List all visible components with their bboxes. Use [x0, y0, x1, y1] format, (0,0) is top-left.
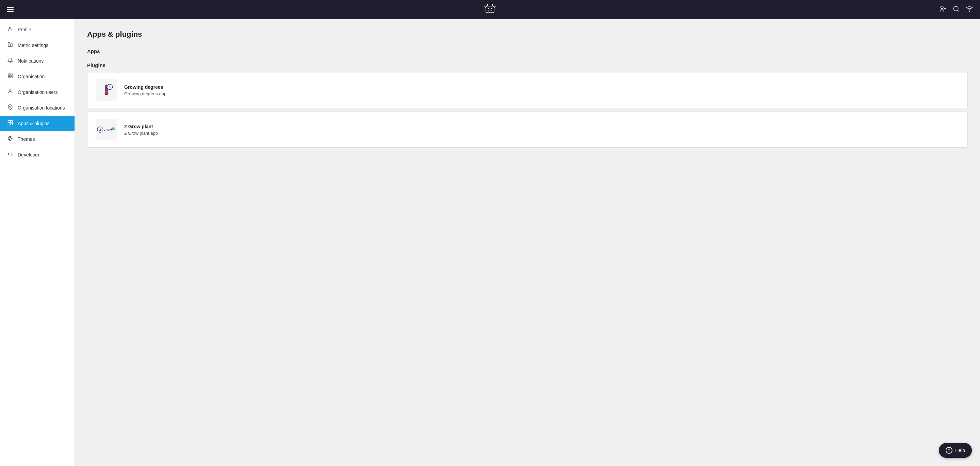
sidebar-item-organisation-users[interactable]: Organisation users [0, 84, 75, 100]
sidebar-label-apps-plugins: Apps & plugins [18, 121, 49, 126]
svg-rect-17 [11, 76, 12, 78]
plugin-name-growing-degrees: Growing degrees [124, 84, 166, 90]
sidebar-label-profile: Profile [18, 27, 31, 32]
svg-point-3 [488, 10, 489, 11]
svg-line-9 [958, 10, 959, 11]
sidebar-item-organisation[interactable]: Organisation [0, 69, 75, 84]
svg-point-10 [969, 11, 970, 11]
svg-point-26 [10, 137, 11, 138]
pin-icon [7, 105, 14, 111]
app-body: Profile Metric settings Notifications [0, 19, 980, 466]
svg-rect-13 [11, 43, 12, 46]
plugin-info-2grow-plant: 2 Grow plant 2 Grow plant app [124, 124, 158, 136]
sidebar-item-developer[interactable]: Developer [0, 147, 75, 162]
sidebar-item-metric-settings[interactable]: Metric settings [0, 37, 75, 53]
plugins-heading: Plugins [87, 62, 968, 68]
svg-rect-14 [8, 74, 10, 76]
plugin-info-growing-degrees: Growing degrees Growing degrees app [124, 84, 166, 96]
svg-point-19 [10, 106, 11, 108]
svg-rect-20 [8, 121, 10, 122]
sidebar: Profile Metric settings Notifications [0, 19, 75, 466]
plugin-icon-growing-degrees [95, 79, 118, 101]
plugin-name-2grow-plant: 2 Grow plant [124, 124, 158, 129]
sidebar-item-themes[interactable]: Themes [0, 131, 75, 147]
add-user-icon[interactable] [939, 5, 947, 14]
sidebar-label-themes: Themes [18, 137, 35, 142]
code-icon [7, 151, 14, 158]
sidebar-item-apps-plugins[interactable]: Apps & plugins [0, 116, 75, 131]
svg-rect-22 [8, 123, 10, 125]
svg-point-25 [9, 138, 10, 138]
help-circle-icon: ? [946, 447, 953, 454]
org-users-icon [7, 89, 14, 95]
svg-text:GROW: GROW [104, 128, 112, 131]
search-icon[interactable] [953, 5, 959, 14]
sidebar-label-organisation-locations: Organisation locations [18, 105, 65, 111]
svg-point-4 [491, 10, 492, 11]
navbar-right [939, 5, 973, 14]
person-icon [7, 26, 14, 33]
svg-text:2: 2 [99, 128, 101, 131]
apps-heading: Apps [87, 48, 968, 54]
sidebar-label-organisation-users: Organisation users [18, 89, 58, 95]
sidebar-item-notifications[interactable]: Notifications [0, 53, 75, 69]
svg-rect-21 [11, 121, 13, 122]
sidebar-label-organisation: Organisation [18, 74, 45, 79]
navbar-left [7, 7, 14, 12]
plugins-section: Plugins [87, 62, 968, 148]
svg-point-5 [941, 6, 943, 8]
palette-icon [7, 136, 14, 143]
sidebar-label-metric-settings: Metric settings [18, 43, 48, 48]
svg-point-27 [11, 138, 11, 139]
svg-point-8 [954, 6, 958, 11]
apps-icon [7, 120, 14, 127]
sidebar-item-organisation-locations[interactable]: Organisation locations [0, 100, 75, 116]
metric-icon [7, 42, 14, 49]
sidebar-item-profile[interactable]: Profile [0, 22, 75, 37]
app-logo [483, 2, 497, 17]
apps-section: Apps [87, 48, 968, 54]
plugin-desc-2grow-plant: 2 Grow plant app [124, 130, 158, 136]
plugin-card-growing-degrees[interactable]: Growing degrees Growing degrees app [87, 72, 968, 108]
plugin-desc-growing-degrees: Growing degrees app [124, 91, 166, 96]
page-title: Apps & plugins [87, 30, 968, 39]
svg-rect-16 [8, 76, 10, 78]
sidebar-label-notifications: Notifications [18, 58, 43, 64]
svg-rect-0 [486, 6, 494, 13]
bell-icon [7, 57, 14, 64]
svg-rect-23 [11, 123, 13, 125]
sidebar-label-developer: Developer [18, 152, 40, 157]
svg-point-2 [491, 8, 492, 9]
help-button[interactable]: ? Help [939, 443, 972, 458]
svg-point-32 [105, 92, 108, 95]
navbar [0, 0, 980, 19]
svg-rect-15 [11, 74, 12, 76]
svg-point-28 [9, 139, 10, 140]
hamburger-menu-icon[interactable] [7, 7, 14, 12]
svg-point-36 [109, 86, 110, 87]
wifi-icon [966, 5, 973, 14]
main-content: Apps & plugins Apps Plugins [75, 19, 980, 466]
svg-point-1 [488, 8, 489, 9]
plugin-card-2grow-plant[interactable]: 2 GROW 2 Grow plant 2 Grow plant app [87, 111, 968, 148]
svg-rect-12 [8, 43, 10, 46]
grid-icon [7, 73, 14, 80]
help-label: Help [955, 448, 965, 453]
plugin-icon-2grow-plant: 2 GROW [95, 119, 118, 140]
